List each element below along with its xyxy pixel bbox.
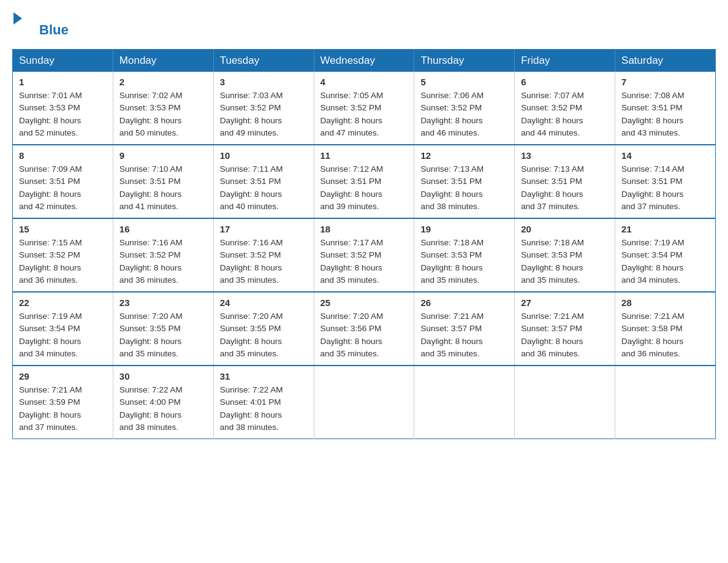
day-info: Sunrise: 7:20 AMSunset: 3:56 PMDaylight:… <box>320 310 408 360</box>
calendar-cell <box>314 366 414 439</box>
day-info: Sunrise: 7:11 AMSunset: 3:51 PMDaylight:… <box>220 163 308 213</box>
day-info: Sunrise: 7:22 AMSunset: 4:01 PMDaylight:… <box>220 384 308 434</box>
logo: Blue <box>12 12 69 38</box>
calendar-week-row: 22 Sunrise: 7:19 AMSunset: 3:54 PMDaylig… <box>13 292 716 366</box>
calendar-cell: 24 Sunrise: 7:20 AMSunset: 3:55 PMDaylig… <box>213 292 314 366</box>
calendar-cell: 18 Sunrise: 7:17 AMSunset: 3:52 PMDaylig… <box>314 218 414 292</box>
day-info: Sunrise: 7:19 AMSunset: 3:54 PMDaylight:… <box>621 237 709 286</box>
calendar-cell: 27 Sunrise: 7:21 AMSunset: 3:57 PMDaylig… <box>515 292 615 366</box>
calendar-week-row: 15 Sunrise: 7:15 AMSunset: 3:52 PMDaylig… <box>13 218 716 292</box>
day-number: 31 <box>220 371 308 381</box>
day-info: Sunrise: 7:01 AMSunset: 3:53 PMDaylight:… <box>19 90 107 139</box>
header-wednesday: Wednesday <box>314 50 414 72</box>
logo-arrow-icon <box>13 12 22 25</box>
calendar-table: Sunday Monday Tuesday Wednesday Thursday… <box>12 49 716 439</box>
calendar-cell: 23 Sunrise: 7:20 AMSunset: 3:55 PMDaylig… <box>113 292 213 366</box>
calendar-cell: 3 Sunrise: 7:03 AMSunset: 3:52 PMDayligh… <box>213 72 314 145</box>
calendar-cell: 16 Sunrise: 7:16 AMSunset: 3:52 PMDaylig… <box>113 218 213 292</box>
day-number: 3 <box>220 77 308 87</box>
day-info: Sunrise: 7:13 AMSunset: 3:51 PMDaylight:… <box>521 163 609 213</box>
day-number: 21 <box>621 224 709 234</box>
calendar-cell: 26 Sunrise: 7:21 AMSunset: 3:57 PMDaylig… <box>414 292 515 366</box>
day-number: 19 <box>420 224 508 234</box>
page-header: Blue <box>12 12 716 38</box>
day-number: 9 <box>119 150 207 161</box>
day-info: Sunrise: 7:21 AMSunset: 3:59 PMDaylight:… <box>19 384 107 434</box>
calendar-cell: 4 Sunrise: 7:05 AMSunset: 3:52 PMDayligh… <box>314 72 414 145</box>
day-info: Sunrise: 7:22 AMSunset: 4:00 PMDaylight:… <box>119 384 207 434</box>
header-thursday: Thursday <box>414 50 515 72</box>
day-info: Sunrise: 7:07 AMSunset: 3:52 PMDaylight:… <box>521 90 609 139</box>
calendar-cell: 30 Sunrise: 7:22 AMSunset: 4:00 PMDaylig… <box>113 366 213 439</box>
header-tuesday: Tuesday <box>213 50 314 72</box>
day-info: Sunrise: 7:06 AMSunset: 3:52 PMDaylight:… <box>420 90 508 139</box>
day-number: 23 <box>119 297 207 308</box>
day-number: 18 <box>320 224 408 234</box>
calendar-week-row: 29 Sunrise: 7:21 AMSunset: 3:59 PMDaylig… <box>13 366 716 439</box>
day-number: 5 <box>420 77 508 87</box>
calendar-cell: 22 Sunrise: 7:19 AMSunset: 3:54 PMDaylig… <box>13 292 113 366</box>
day-info: Sunrise: 7:05 AMSunset: 3:52 PMDaylight:… <box>320 90 408 139</box>
calendar-cell: 21 Sunrise: 7:19 AMSunset: 3:54 PMDaylig… <box>615 218 716 292</box>
calendar-cell: 19 Sunrise: 7:18 AMSunset: 3:53 PMDaylig… <box>414 218 515 292</box>
day-number: 29 <box>19 371 107 381</box>
calendar-cell: 25 Sunrise: 7:20 AMSunset: 3:56 PMDaylig… <box>314 292 414 366</box>
day-number: 27 <box>521 297 609 308</box>
day-number: 2 <box>119 77 207 87</box>
day-info: Sunrise: 7:19 AMSunset: 3:54 PMDaylight:… <box>19 310 107 360</box>
calendar-cell: 6 Sunrise: 7:07 AMSunset: 3:52 PMDayligh… <box>515 72 615 145</box>
day-info: Sunrise: 7:08 AMSunset: 3:51 PMDaylight:… <box>621 90 709 139</box>
day-info: Sunrise: 7:03 AMSunset: 3:52 PMDaylight:… <box>220 90 308 139</box>
day-info: Sunrise: 7:09 AMSunset: 3:51 PMDaylight:… <box>19 163 107 213</box>
calendar-cell: 29 Sunrise: 7:21 AMSunset: 3:59 PMDaylig… <box>13 366 113 439</box>
day-info: Sunrise: 7:18 AMSunset: 3:53 PMDaylight:… <box>420 237 508 286</box>
header-monday: Monday <box>113 50 213 72</box>
day-number: 12 <box>420 150 508 161</box>
calendar-cell: 10 Sunrise: 7:11 AMSunset: 3:51 PMDaylig… <box>213 145 314 218</box>
day-info: Sunrise: 7:02 AMSunset: 3:53 PMDaylight:… <box>119 90 207 139</box>
day-number: 30 <box>119 371 207 381</box>
day-number: 13 <box>521 150 609 161</box>
calendar-week-row: 8 Sunrise: 7:09 AMSunset: 3:51 PMDayligh… <box>13 145 716 218</box>
day-number: 15 <box>19 224 107 234</box>
day-number: 6 <box>521 77 609 87</box>
day-number: 26 <box>420 297 508 308</box>
calendar-cell: 7 Sunrise: 7:08 AMSunset: 3:51 PMDayligh… <box>615 72 716 145</box>
calendar-cell: 12 Sunrise: 7:13 AMSunset: 3:51 PMDaylig… <box>414 145 515 218</box>
day-info: Sunrise: 7:16 AMSunset: 3:52 PMDaylight:… <box>220 237 308 286</box>
calendar-cell <box>615 366 716 439</box>
day-number: 17 <box>220 224 308 234</box>
calendar-cell: 11 Sunrise: 7:12 AMSunset: 3:51 PMDaylig… <box>314 145 414 218</box>
day-info: Sunrise: 7:20 AMSunset: 3:55 PMDaylight:… <box>220 310 308 360</box>
calendar-cell: 8 Sunrise: 7:09 AMSunset: 3:51 PMDayligh… <box>13 145 113 218</box>
calendar-cell: 5 Sunrise: 7:06 AMSunset: 3:52 PMDayligh… <box>414 72 515 145</box>
day-number: 11 <box>320 150 408 161</box>
day-number: 7 <box>621 77 709 87</box>
calendar-cell <box>414 366 515 439</box>
day-info: Sunrise: 7:13 AMSunset: 3:51 PMDaylight:… <box>420 163 508 213</box>
calendar-cell: 9 Sunrise: 7:10 AMSunset: 3:51 PMDayligh… <box>113 145 213 218</box>
day-info: Sunrise: 7:21 AMSunset: 3:57 PMDaylight:… <box>521 310 609 360</box>
day-number: 16 <box>119 224 207 234</box>
calendar-cell: 2 Sunrise: 7:02 AMSunset: 3:53 PMDayligh… <box>113 72 213 145</box>
calendar-week-row: 1 Sunrise: 7:01 AMSunset: 3:53 PMDayligh… <box>13 72 716 145</box>
header-saturday: Saturday <box>615 50 716 72</box>
day-number: 25 <box>320 297 408 308</box>
logo-underline: Blue <box>39 22 69 38</box>
header-sunday: Sunday <box>13 50 113 72</box>
day-info: Sunrise: 7:18 AMSunset: 3:53 PMDaylight:… <box>521 237 609 286</box>
day-number: 8 <box>19 150 107 161</box>
calendar-cell: 28 Sunrise: 7:21 AMSunset: 3:58 PMDaylig… <box>615 292 716 366</box>
day-info: Sunrise: 7:10 AMSunset: 3:51 PMDaylight:… <box>119 163 207 213</box>
calendar-cell: 14 Sunrise: 7:14 AMSunset: 3:51 PMDaylig… <box>615 145 716 218</box>
day-info: Sunrise: 7:21 AMSunset: 3:58 PMDaylight:… <box>621 310 709 360</box>
calendar-header-row: Sunday Monday Tuesday Wednesday Thursday… <box>13 50 716 72</box>
day-number: 1 <box>19 77 107 87</box>
day-number: 28 <box>621 297 709 308</box>
calendar-cell <box>515 366 615 439</box>
day-number: 10 <box>220 150 308 161</box>
day-info: Sunrise: 7:16 AMSunset: 3:52 PMDaylight:… <box>119 237 207 286</box>
calendar-cell: 20 Sunrise: 7:18 AMSunset: 3:53 PMDaylig… <box>515 218 615 292</box>
day-number: 4 <box>320 77 408 87</box>
day-number: 14 <box>621 150 709 161</box>
